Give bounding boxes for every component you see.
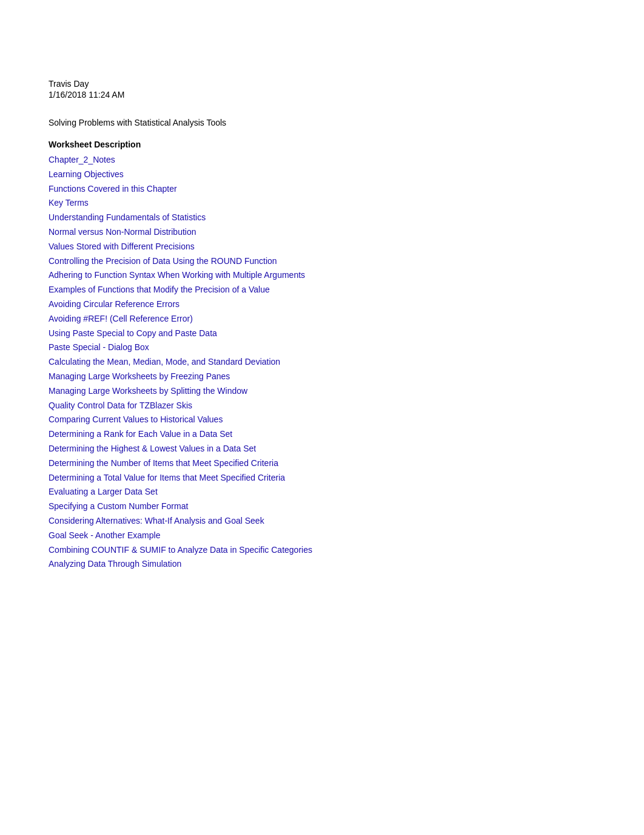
toc-link-2[interactable]: Functions Covered in this Chapter <box>49 182 595 197</box>
toc-link-24[interactable]: Specifying a Custom Number Format <box>49 499 595 514</box>
toc-link-8[interactable]: Adhering to Function Syntax When Working… <box>49 268 595 283</box>
toc-link-20[interactable]: Determining the Highest & Lowest Values … <box>49 442 595 456</box>
toc-link-13[interactable]: Paste Special - Dialog Box <box>49 340 595 355</box>
toc-link-25[interactable]: Considering Alternatives: What-If Analys… <box>49 514 595 529</box>
toc-link-21[interactable]: Determining the Number of Items that Mee… <box>49 456 595 471</box>
toc-link-0[interactable]: Chapter_2_Notes <box>49 153 595 167</box>
toc-list: Chapter_2_NotesLearning ObjectivesFuncti… <box>49 153 595 572</box>
toc-link-11[interactable]: Avoiding #REF! (Cell Reference Error) <box>49 312 595 326</box>
toc-link-17[interactable]: Quality Control Data for TZBlazer Skis <box>49 399 595 413</box>
toc-link-26[interactable]: Goal Seek - Another Example <box>49 529 595 543</box>
toc-link-18[interactable]: Comparing Current Values to Historical V… <box>49 413 595 427</box>
page-container: Travis Day 1/16/2018 11:24 AM Solving Pr… <box>0 0 644 620</box>
toc-link-23[interactable]: Evaluating a Larger Data Set <box>49 485 595 499</box>
doc-title: Solving Problems with Statistical Analys… <box>49 118 595 127</box>
toc-link-10[interactable]: Avoiding Circular Reference Errors <box>49 297 595 312</box>
toc-link-4[interactable]: Understanding Fundamentals of Statistics <box>49 211 595 225</box>
author-name: Travis Day <box>49 79 595 89</box>
toc-link-3[interactable]: Key Terms <box>49 196 595 211</box>
toc-link-6[interactable]: Values Stored with Different Precisions <box>49 240 595 254</box>
toc-link-15[interactable]: Managing Large Worksheets by Freezing Pa… <box>49 370 595 384</box>
toc-link-9[interactable]: Examples of Functions that Modify the Pr… <box>49 283 595 297</box>
toc-link-1[interactable]: Learning Objectives <box>49 167 595 182</box>
toc-link-16[interactable]: Managing Large Worksheets by Splitting t… <box>49 384 595 399</box>
toc-link-14[interactable]: Calculating the Mean, Median, Mode, and … <box>49 355 595 370</box>
worksheet-description-heading: Worksheet Description <box>49 140 595 149</box>
toc-link-12[interactable]: Using Paste Special to Copy and Paste Da… <box>49 326 595 341</box>
toc-link-27[interactable]: Combining COUNTIF & SUMIF to Analyze Dat… <box>49 543 595 558</box>
date-time: 1/16/2018 11:24 AM <box>49 90 595 100</box>
toc-link-19[interactable]: Determining a Rank for Each Value in a D… <box>49 427 595 442</box>
toc-link-7[interactable]: Controlling the Precision of Data Using … <box>49 254 595 269</box>
toc-link-28[interactable]: Analyzing Data Through Simulation <box>49 557 595 572</box>
toc-link-5[interactable]: Normal versus Non-Normal Distribution <box>49 225 595 240</box>
toc-link-22[interactable]: Determining a Total Value for Items that… <box>49 471 595 485</box>
